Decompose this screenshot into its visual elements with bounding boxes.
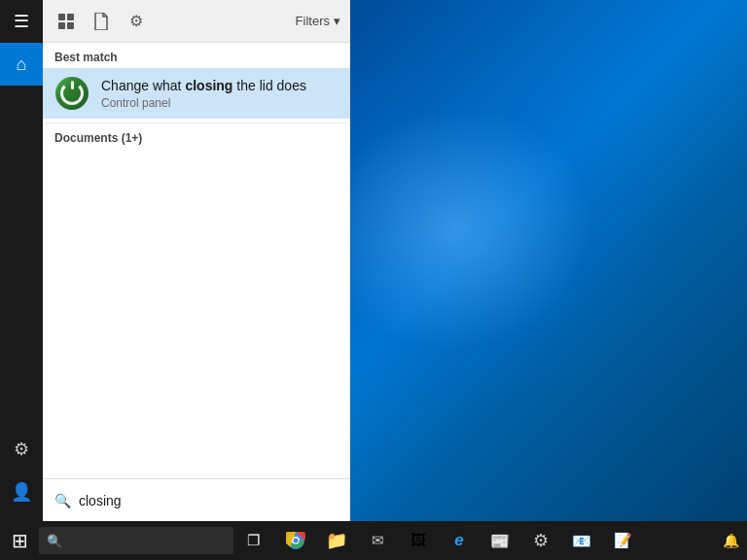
taskbar-outlook[interactable]: 📧 (562, 521, 601, 560)
taskbar-settings[interactable]: ⚙ (521, 521, 560, 560)
gear-button[interactable]: ⚙ (123, 8, 150, 35)
panel-toolbar: ⚙ Filters ▾ (43, 0, 350, 43)
filters-button[interactable]: Filters ▾ (296, 14, 340, 28)
grid-icon (57, 13, 75, 30)
gear-icon: ⚙ (129, 12, 143, 30)
taskbar-app-icons: 📁 ✉ 🖼 e 📰 ⚙ 📧 📝 (276, 521, 642, 560)
hamburger-icon: ☰ (14, 11, 29, 32)
taskbar-right: 🔔 (723, 533, 747, 548)
taskbar-search[interactable]: 🔍 (39, 527, 233, 554)
taskbar-photos[interactable]: 🖼 (399, 521, 438, 560)
taskbar: ⊞ 🔍 ❐ 📁 ✉ 🖼 (0, 521, 747, 560)
search-bar: 🔍 (43, 478, 350, 521)
search-panel: ⚙ Filters ▾ Best match Change what closi… (43, 0, 350, 521)
news-icon: 📰 (490, 532, 510, 550)
chrome-icon (286, 531, 305, 550)
result-title-bold: closing (185, 78, 232, 93)
svg-rect-2 (58, 22, 65, 29)
user-sidebar-icon: 👤 (11, 481, 32, 503)
home-icon: ⌂ (17, 54, 27, 75)
svg-rect-1 (67, 14, 74, 20)
documents-section-header: Documents (1+) (43, 122, 350, 149)
taskbar-search-icon: 🔍 (47, 534, 62, 548)
result-subtitle: Control panel (101, 96, 338, 110)
search-bar-icon: 🔍 (54, 493, 71, 508)
filters-chevron-icon: ▾ (334, 14, 340, 28)
search-result-item[interactable]: Change what closing the lid does Control… (43, 68, 350, 119)
task-view-icon: ❐ (247, 532, 260, 549)
filters-label: Filters (296, 14, 330, 28)
taskbar-notification-icon[interactable]: 🔔 (723, 533, 739, 548)
sidebar-bottom-buttons: ⚙ 👤 (0, 428, 43, 521)
result-title: Change what closing the lid does (101, 77, 338, 94)
result-text-container: Change what closing the lid does Control… (101, 77, 338, 110)
task-view-button[interactable]: ❐ (233, 521, 272, 560)
settings-sidebar-icon: ⚙ (14, 438, 29, 460)
file-explorer-icon: 📁 (326, 530, 347, 551)
start-button[interactable]: ⊞ (0, 521, 39, 560)
photos-icon: 🖼 (410, 532, 426, 549)
taskbar-mail[interactable]: ✉ (358, 521, 397, 560)
home-button[interactable]: ⌂ (0, 43, 43, 86)
search-input[interactable] (79, 493, 338, 508)
start-menu-sidebar: ☰ ⌂ ⚙ 👤 (0, 0, 43, 521)
power-options-icon (55, 77, 89, 110)
taskbar-word[interactable]: 📝 (603, 521, 642, 560)
svg-rect-3 (67, 22, 74, 29)
edge-icon: e (454, 531, 463, 550)
svg-rect-0 (58, 14, 65, 20)
results-empty-area (43, 149, 350, 478)
result-icon-container (54, 76, 89, 111)
document-view-button[interactable] (88, 8, 115, 35)
result-title-part2: the lid does (232, 78, 306, 93)
grid-view-button[interactable] (53, 8, 80, 35)
taskbar-file-explorer[interactable]: 📁 (317, 521, 356, 560)
taskbar-news[interactable]: 📰 (480, 521, 519, 560)
result-title-part1: Change what (101, 78, 185, 93)
taskbar-settings-icon: ⚙ (533, 530, 549, 551)
hamburger-button[interactable]: ☰ (0, 0, 43, 43)
word-icon: 📝 (614, 532, 632, 549)
document-icon (93, 13, 109, 30)
start-icon: ⊞ (12, 529, 28, 552)
settings-sidebar-button[interactable]: ⚙ (0, 428, 43, 471)
taskbar-edge[interactable]: e (440, 521, 479, 560)
user-sidebar-button[interactable]: 👤 (0, 471, 43, 513)
mail-icon: ✉ (372, 532, 384, 549)
taskbar-chrome[interactable] (276, 521, 315, 560)
svg-point-7 (294, 539, 299, 543)
outlook-icon: 📧 (572, 532, 591, 550)
best-match-header: Best match (43, 43, 350, 68)
